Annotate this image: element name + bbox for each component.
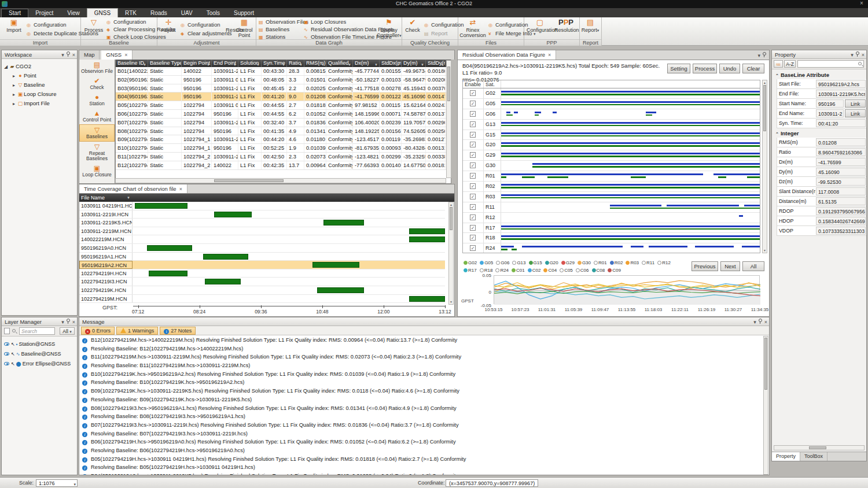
close-icon[interactable]: × — [548, 52, 551, 58]
timeline-row[interactable]: 1030911-2219K5.HCN — [79, 219, 445, 227]
ppp-configuration-button[interactable]: ▢Configuration — [527, 18, 553, 39]
enable-checkbox[interactable]: ✓ — [470, 245, 476, 251]
table-row[interactable]: B03(950196219Static9501961030911-2L1 Fix… — [116, 84, 451, 93]
ppp-resolution-button[interactable]: PPPResolution — [554, 18, 578, 39]
enable-checkbox[interactable]: ✓ — [470, 173, 476, 179]
message-row[interactable]: iResolving Baseline: B09(1022794219K.hcs… — [80, 395, 763, 404]
filter-icon[interactable]: ▼ — [440, 61, 444, 67]
undo-button[interactable]: Undo — [719, 64, 740, 73]
satellite-row-r24[interactable]: ✓R24 — [463, 243, 760, 253]
tab-gnss[interactable]: GNSS× — [101, 50, 133, 60]
message-tab-1-warnings[interactable]: 1 Warnings — [116, 327, 158, 335]
property-value[interactable]: 1030911-2 — [816, 109, 844, 117]
enable-checkbox[interactable]: ✓ — [470, 183, 476, 189]
file-name-header[interactable]: File Name — [81, 194, 105, 202]
legend-item-g20[interactable]: G20 — [545, 260, 558, 267]
layer-manager-controls[interactable]: ▾× — [59, 319, 75, 325]
baseline-table-vscrollbar[interactable] — [446, 60, 451, 178]
layer-item-baseline-gnss[interactable]: ↖∿Baseline@GNSS — [2, 349, 77, 359]
enable-checkbox[interactable]: ✓ — [470, 162, 476, 168]
quality-report-button[interactable]: ▤Report — [424, 30, 448, 37]
visibility-eye-icon[interactable] — [4, 362, 9, 365]
legend-item-g06[interactable]: G06 — [496, 260, 509, 267]
legend-item-r03[interactable]: R03 — [626, 260, 639, 267]
section-header-baseline-attribute[interactable]: ⌃BaseLine Attribute — [772, 70, 866, 79]
enable-checkbox[interactable]: ✓ — [470, 111, 476, 117]
message-vscrollbar[interactable] — [763, 336, 768, 475]
message-row[interactable]: iB05(1022794219H.hcs->1030911 04219H1.hc… — [80, 455, 763, 464]
table-row[interactable]: B06(102279421Static1022794950196L1 Fix00… — [116, 110, 451, 119]
check-button[interactable]: ✔Check — [403, 18, 422, 39]
satellite-row-r11[interactable]: ✓R11 — [463, 202, 760, 213]
filter-icon[interactable]: ▼ — [282, 61, 285, 67]
menu-tab-roads[interactable]: Roads — [144, 9, 174, 18]
property-value[interactable]: -99.52530 — [816, 178, 866, 186]
legend-item-c02[interactable]: C02 — [528, 267, 541, 274]
menu-tab-support[interactable]: Support — [227, 9, 261, 18]
setting-button[interactable]: Setting — [667, 64, 690, 73]
workspace-controls[interactable]: ▾× — [59, 51, 75, 58]
close-icon[interactable]: × — [124, 52, 127, 58]
categorized-icon[interactable]: ≔ — [774, 60, 783, 68]
dropdown-icon[interactable]: ▾ — [753, 319, 756, 325]
workspace-item-loop-closure[interactable]: ▸▣Loop Closure — [3, 90, 76, 99]
message-row[interactable]: iResolving Baseline: B08(1022794219I3.hc… — [80, 412, 763, 421]
column-header-baseline-type[interactable]: Baseline Type▼ — [148, 60, 182, 67]
satellite-row-r17[interactable]: ✓R17 — [463, 223, 760, 234]
dropdown-icon[interactable]: ▾ — [61, 52, 64, 58]
column-header-end-point[interactable]: End Point▼ — [212, 60, 238, 67]
baseline-table-hscrollbar[interactable] — [115, 178, 446, 183]
message-row[interactable]: iResolving Baseline: B12(1022794219M.hcs… — [80, 345, 763, 353]
enable-checkbox[interactable]: ✓ — [470, 215, 476, 220]
message-row[interactable]: iB04(950196219A2.hcs->1030911-2219K5.hcs… — [80, 472, 763, 475]
filter-icon[interactable]: ▼ — [207, 61, 210, 67]
adjust-button[interactable]: ✛Adjust — [159, 18, 178, 39]
residual-strip-controls[interactable]: ▾ — [755, 52, 766, 58]
timeline-row[interactable]: 950196219A0.HCN — [79, 244, 445, 253]
expander-icon[interactable]: ▸ — [11, 72, 17, 81]
message-row[interactable]: iB11(1022794219M.hcs->1030911-2219M.hcs)… — [80, 353, 763, 361]
close-icon[interactable]: × — [764, 319, 767, 325]
table-row[interactable]: B05(102279421Static10227941030911 04L1 F… — [116, 101, 451, 110]
message-row[interactable]: iB06(1022794219H.hcs->950196219A0.hcs) R… — [80, 438, 763, 446]
timeline-row[interactable]: 1030911-2219I.HCN — [79, 210, 445, 219]
sort-az-button[interactable]: A-Z — [784, 60, 796, 68]
property-value[interactable]: 950196 — [816, 99, 844, 108]
legend-item-c01[interactable]: C01 — [512, 267, 525, 274]
enable-checkbox[interactable]: ✓ — [470, 225, 476, 231]
enable-checkbox[interactable]: ✓ — [470, 194, 476, 199]
link-button[interactable]: Link — [845, 109, 866, 117]
enable-checkbox[interactable]: ✓ — [470, 101, 476, 106]
enable-checkbox[interactable]: ✓ — [470, 90, 476, 96]
message-row[interactable]: iResolving Baseline: B07(1022794219I3.hc… — [80, 430, 763, 438]
satellite-row-g15[interactable]: ✓G15 — [463, 130, 760, 141]
message-row[interactable]: iResolving Baseline: B10(1022794219K.hcs… — [80, 378, 763, 387]
report-button[interactable]: ▤Report▾ — [580, 18, 600, 39]
menu-tab-rtk[interactable]: RTK — [118, 9, 144, 18]
scale-dropdown[interactable]: 1:1076▾ — [36, 479, 78, 487]
legend-item-c06[interactable]: C06 — [576, 267, 589, 274]
tab-toolbox[interactable]: ToolBox — [800, 452, 827, 461]
filter-icon[interactable]: ▼ — [396, 61, 400, 67]
legend-item-r01[interactable]: R01 — [594, 260, 607, 267]
clear-adjustments-button[interactable]: ◈Clear adjustments — [181, 30, 232, 37]
timeline-row[interactable]: 140022219M.HCN — [79, 235, 445, 244]
workspace-item-baseline[interactable]: ▸▽Baseline — [3, 80, 76, 90]
column-header-stddx-m-[interactable]: StdDx(m)▼ — [380, 60, 402, 67]
legend-item-c08[interactable]: C08 — [592, 267, 605, 274]
pin-icon[interactable] — [856, 51, 859, 57]
property-value[interactable]: 0.107333523311303 — [816, 227, 866, 235]
tab-property[interactable]: Property — [772, 452, 800, 461]
legend-item-g15[interactable]: G15 — [529, 260, 542, 267]
table-row[interactable]: B10(102279421Static1022794_1950196L1 Fix… — [116, 144, 451, 153]
table-row[interactable]: B02(950196219Static9501961030911 04L1 Fi… — [116, 76, 451, 84]
column-header-syn-time[interactable]: Syn.Time▼ — [262, 60, 287, 67]
display-controller-button[interactable]: ⚑Display Controller▾ — [377, 18, 401, 39]
satellite-row-r03[interactable]: ✓R03 — [463, 192, 760, 202]
message-row[interactable]: iB12(1022794219M.hcs->140022219M.hcs) Re… — [80, 336, 763, 345]
workspace-root[interactable]: ◢▰CGO2 — [3, 62, 76, 71]
table-row[interactable]: B12(102279421Static1022794_2140022L1 Fix… — [116, 161, 451, 170]
filter-icon[interactable]: ▼ — [256, 61, 260, 67]
import-button[interactable]: ▣Import — [2, 18, 25, 39]
observation-files-button[interactable]: ▤Observation Files — [259, 19, 308, 25]
